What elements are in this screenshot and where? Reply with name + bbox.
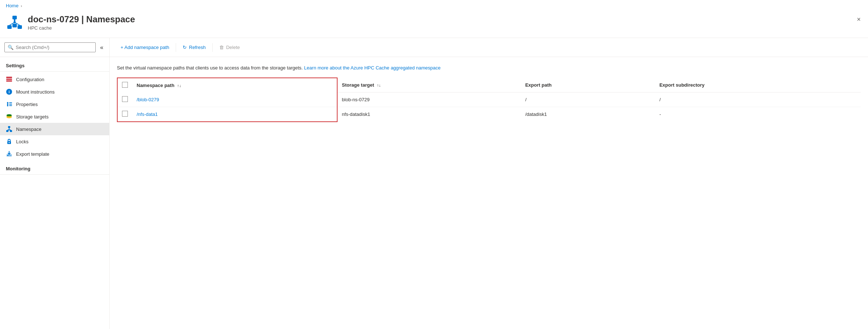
configuration-icon [6, 76, 12, 83]
delete-button[interactable]: 🗑 Delete [216, 42, 244, 52]
table-row: /nfs-data1 nfs-datadisk1 /datadisk1 - [117, 107, 861, 122]
svg-rect-9 [6, 79, 12, 80]
page-subtitle: HPC cache [28, 25, 135, 31]
collapse-sidebar-button[interactable]: « [99, 43, 105, 52]
namespace-icon [6, 126, 12, 132]
content-body: Set the virtual namespace paths that cli… [110, 57, 868, 129]
row1-storage-target: blob-ns-0729 [342, 97, 370, 102]
svg-point-29 [9, 142, 10, 143]
sidebar-item-configuration[interactable]: Configuration [0, 73, 109, 86]
export-subdirectory-header: Export subdirectory [655, 78, 861, 92]
row2-namespace-path-cell: /nfs-data1 [132, 107, 337, 122]
monitoring-section-label: Monitoring [0, 160, 109, 173]
row1-storage-target-cell: blob-ns-0729 [337, 92, 521, 107]
namespace-path-header[interactable]: Namespace path ↑↓ [132, 78, 337, 92]
svg-rect-16 [9, 102, 12, 103]
monitoring-divider [0, 174, 109, 175]
settings-divider [0, 71, 109, 72]
svg-text:i: i [8, 90, 9, 94]
delete-label: Delete [226, 45, 240, 50]
select-all-checkbox[interactable] [122, 82, 128, 88]
configuration-label: Configuration [16, 77, 103, 82]
storage-target-header[interactable]: Storage target ↑↓ [337, 78, 521, 92]
table-wrapper: Namespace path ↑↓ Storage target ↑↓ Expo… [117, 77, 861, 122]
locks-label: Locks [16, 139, 103, 144]
row2-export-path: /datadisk1 [525, 111, 547, 117]
sidebar: 🔍 « Settings Configuration [0, 38, 110, 329]
add-namespace-path-button[interactable]: + Add namespace path [117, 42, 173, 52]
page-header: doc-ns-0729 | Namespace HPC cache × [0, 11, 868, 38]
row1-select-cell [117, 92, 132, 107]
toolbar-separator-1 [176, 43, 176, 52]
row2-select-cell [117, 107, 132, 122]
export-path-header: Export path [521, 78, 655, 92]
row1-export-path: / [525, 97, 527, 102]
delete-icon: 🗑 [219, 45, 224, 50]
learn-more-link[interactable]: Learn more about the Azure HPC Cache agg… [304, 65, 441, 71]
select-all-header [117, 78, 132, 92]
home-link[interactable]: Home [6, 3, 19, 8]
content-area: + Add namespace path ↻ Refresh 🗑 Delete … [110, 38, 868, 329]
namespace-path-sort-icon[interactable]: ↑↓ [177, 83, 181, 88]
svg-point-15 [7, 105, 8, 106]
storage-targets-label: Storage targets [16, 114, 103, 120]
sidebar-item-locks[interactable]: Locks [0, 135, 109, 148]
svg-point-14 [7, 103, 8, 105]
refresh-label: Refresh [189, 45, 206, 50]
svg-rect-20 [8, 126, 10, 128]
table-row: /blob-0279 blob-ns-0729 / / [117, 92, 861, 107]
mount-instructions-label: Mount instructions [16, 89, 103, 95]
row2-storage-target: nfs-datadisk1 [342, 111, 370, 117]
svg-rect-31 [7, 155, 8, 156]
search-input-wrap[interactable]: 🔍 [4, 42, 96, 52]
svg-rect-4 [18, 25, 22, 29]
page-title: doc-ns-0729 | Namespace [28, 14, 135, 24]
row2-export-path-cell: /datadisk1 [521, 107, 655, 122]
svg-line-26 [7, 129, 9, 130]
sidebar-item-mount-instructions[interactable]: i Mount instructions [0, 86, 109, 98]
row1-checkbox[interactable] [122, 96, 128, 102]
row1-export-subdirectory: / [659, 97, 661, 102]
row2-export-subdirectory-cell: - [655, 107, 861, 122]
row1-namespace-path-link[interactable]: /blob-0279 [137, 97, 159, 102]
svg-rect-8 [6, 77, 12, 78]
header-text: doc-ns-0729 | Namespace HPC cache [28, 14, 135, 31]
svg-line-27 [9, 129, 11, 130]
svg-rect-18 [9, 105, 12, 106]
namespace-label: Namespace [16, 126, 103, 132]
toolbar: + Add namespace path ↻ Refresh 🗑 Delete [110, 38, 868, 57]
row2-checkbox[interactable] [122, 111, 128, 117]
sidebar-item-storage-targets[interactable]: Storage targets [0, 110, 109, 123]
svg-rect-0 [12, 16, 17, 19]
row1-export-path-cell: / [521, 92, 655, 107]
description-static: Set the virtual namespace paths that cli… [117, 65, 303, 71]
storage-target-sort-icon[interactable]: ↑↓ [377, 83, 381, 87]
lock-icon [6, 138, 12, 145]
storage-icon [6, 113, 12, 120]
export-icon [6, 151, 12, 157]
sidebar-item-properties[interactable]: Properties [0, 98, 109, 110]
table-header-row: Namespace path ↑↓ Storage target ↑↓ Expo… [117, 78, 861, 92]
close-button[interactable]: × [855, 14, 862, 25]
svg-point-13 [7, 102, 8, 103]
row2-namespace-path-link[interactable]: /nfs-data1 [137, 111, 158, 117]
description-text: Set the virtual namespace paths that cli… [117, 64, 861, 72]
toolbar-separator-2 [212, 43, 213, 52]
sidebar-item-namespace[interactable]: Namespace [0, 123, 109, 135]
refresh-button[interactable]: ↻ Refresh [179, 42, 209, 52]
search-box: 🔍 « [0, 38, 109, 57]
search-icon: 🔍 [8, 45, 14, 50]
export-subdirectory-header-label: Export subdirectory [659, 82, 705, 88]
svg-rect-2 [7, 25, 12, 29]
sidebar-item-export-template[interactable]: Export template [0, 148, 109, 160]
svg-rect-17 [9, 104, 12, 105]
breadcrumb: Home › [0, 0, 868, 11]
row1-export-subdirectory-cell: / [655, 92, 861, 107]
svg-rect-3 [12, 24, 17, 27]
svg-rect-10 [6, 80, 12, 82]
breadcrumb-separator: › [21, 4, 22, 8]
row2-export-subdirectory: - [659, 111, 661, 117]
namespace-path-header-label: Namespace path [137, 83, 174, 88]
search-input[interactable] [16, 45, 92, 50]
row2-storage-target-cell: nfs-datadisk1 [337, 107, 521, 122]
